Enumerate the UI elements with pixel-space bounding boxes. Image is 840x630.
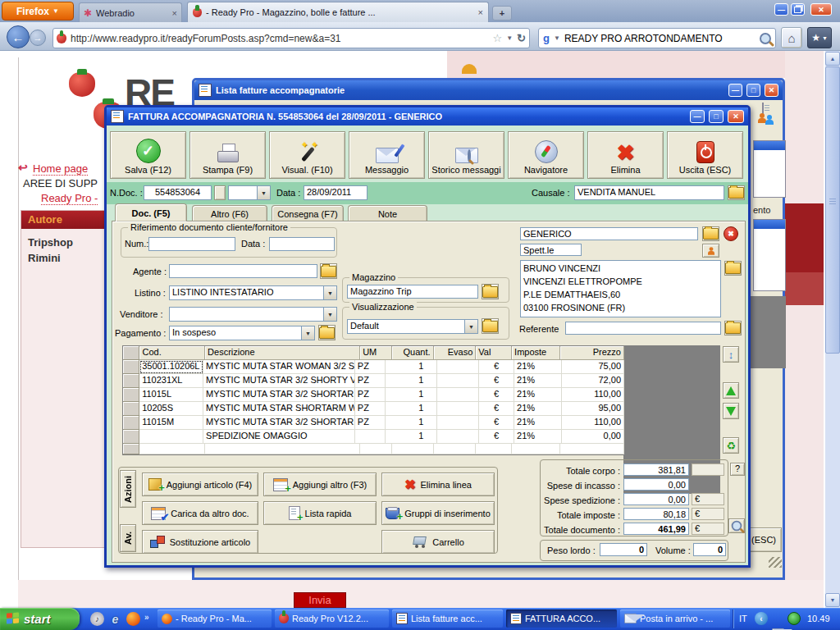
col-header[interactable]: Cod. xyxy=(139,346,205,360)
col-header[interactable]: Val xyxy=(476,346,512,360)
actions-tab-av[interactable]: Av. xyxy=(120,524,136,552)
totals-help-button[interactable]: ? xyxy=(730,463,745,476)
fattura-close-button[interactable]: ✕ xyxy=(728,110,744,123)
col-header[interactable]: Imposte xyxy=(512,346,560,360)
quicklaunch-ie-icon[interactable]: e xyxy=(108,612,122,626)
carica-da-altro-doc-button[interactable]: ✔ Carica da altro doc. xyxy=(142,501,258,525)
aggiungi-articolo-button[interactable]: + Aggiungi articolo (F4) xyxy=(142,472,258,496)
magazzino-lookup-button[interactable] xyxy=(482,284,499,299)
pagamento-select[interactable]: In sospeso▼ xyxy=(169,326,315,340)
row-down-button[interactable] xyxy=(723,403,739,419)
ndoc-suffix-dropdown[interactable]: ▼ xyxy=(228,185,271,200)
table-row[interactable]: 10205S MYSTIC MUTA STAR SHORTARM W...PZ … xyxy=(123,402,624,416)
forward-button[interactable]: → xyxy=(30,30,46,46)
salva-button[interactable]: ✓ Salva (F12) xyxy=(110,131,186,179)
lista-resize-grip[interactable] xyxy=(769,557,782,568)
tab-readypro[interactable]: - Ready Pro - Magazzino, bolle e fatture… xyxy=(187,2,489,22)
lista-maximize-button[interactable]: □ xyxy=(746,84,760,97)
firefox-menu-button[interactable]: Firefox▼ xyxy=(2,2,74,21)
window-minimize-button[interactable]: — xyxy=(774,3,788,16)
customer-search-button[interactable] xyxy=(702,244,719,258)
table-row[interactable]: SPEDIZIONE OMAGGIO 1 €21% 0,00 xyxy=(123,430,624,444)
sostituzione-articolo-button[interactable]: Sostituzione articolo xyxy=(142,530,258,554)
causale-lookup-button[interactable] xyxy=(728,185,745,200)
table-row[interactable]: 110231XL MYSTIC MUTA STAR 3/2 SHORTY V..… xyxy=(123,374,624,388)
aree-supporto-link[interactable]: AREE DI SUPP xyxy=(23,177,98,189)
causale-input[interactable]: VENDITA MANUEL xyxy=(574,185,724,200)
url-dropdown-icon[interactable]: ▼ xyxy=(506,34,513,42)
col-header[interactable]: Prezzo xyxy=(560,346,624,360)
cliente-clear-button[interactable]: ✖ xyxy=(724,226,738,241)
back-button[interactable]: ← xyxy=(7,25,30,48)
home-button[interactable]: ⌂ xyxy=(781,27,802,48)
referente-lookup-button[interactable] xyxy=(724,321,742,336)
clock[interactable]: 10.49 xyxy=(807,614,830,623)
referente-input[interactable] xyxy=(565,322,721,335)
fattura-maximize-button[interactable]: □ xyxy=(709,110,724,123)
bookmarks-button[interactable]: ★▼ xyxy=(807,27,832,48)
visualizzazione-lookup-button[interactable] xyxy=(482,318,499,334)
tray-collapse-button[interactable]: ‹ xyxy=(755,612,768,625)
messaggio-button[interactable]: Messaggio xyxy=(349,131,425,179)
taskbar-item-readypro-app[interactable]: Ready Pro V12.2... xyxy=(275,609,389,628)
aggiungi-altro-button[interactable]: + Aggiungi altro (F3) xyxy=(263,472,377,496)
col-header[interactable]: Quant. xyxy=(392,346,434,360)
tab-close-icon[interactable]: × xyxy=(172,8,177,18)
storico-messaggi-button[interactable]: Storico messaggi xyxy=(428,131,504,179)
visual-button[interactable]: Visual. (F10) xyxy=(269,131,345,179)
actions-tab-azioni[interactable]: Azioni xyxy=(120,470,136,508)
rif-date-input[interactable] xyxy=(269,237,335,251)
start-button[interactable]: start xyxy=(0,608,80,630)
window-restore-button[interactable] xyxy=(791,3,805,16)
scroll-up-icon[interactable]: ▲ xyxy=(825,52,840,66)
pagamento-lookup-button[interactable] xyxy=(318,325,336,340)
invia-button[interactable]: Invia xyxy=(294,592,346,608)
bookmark-star-icon[interactable]: ☆ xyxy=(493,32,503,44)
quicklaunch-overflow-chevron[interactable]: » xyxy=(144,613,149,622)
cliente-input[interactable]: GENERICO xyxy=(520,227,698,240)
ready-pro-link[interactable]: Ready Pro - xyxy=(41,192,98,205)
row-move-button[interactable]: ↕ xyxy=(723,346,739,363)
magazzino-input[interactable]: Magazzino Trip xyxy=(347,285,478,299)
lista-rapida-button[interactable]: + Lista rapida xyxy=(263,501,377,525)
lista-titlebar[interactable]: Lista fatture accompagnatorie — □ ✕ xyxy=(194,80,783,100)
row-refresh-button[interactable]: ♻ xyxy=(723,437,739,454)
fattura-titlebar[interactable]: FATTURA ACCOMPAGNATORIA N. 554853064 del… xyxy=(107,107,748,126)
taskbar-item-lista-fatture[interactable]: Lista fatture acc... xyxy=(392,609,503,628)
taskbar-item-fattura[interactable]: FATTURA ACCO... xyxy=(506,609,617,628)
fattura-minimize-button[interactable]: — xyxy=(690,110,705,123)
url-bar[interactable]: http://www.readypro.it/readyForumPosts.a… xyxy=(52,28,530,48)
window-close-button[interactable]: ✕ xyxy=(810,3,832,16)
language-indicator[interactable]: IT xyxy=(739,614,747,623)
num-input[interactable] xyxy=(148,237,235,251)
row-up-button[interactable] xyxy=(723,382,739,399)
totals-zoom-button[interactable] xyxy=(728,518,745,533)
venditore-select[interactable]: ▼ xyxy=(169,307,337,322)
table-row[interactable]: 11015L MYSTIC MUTA STAR 3/2 SHORTAR...PZ… xyxy=(123,388,624,402)
lista-minimize-button[interactable]: — xyxy=(728,84,742,97)
tab-altro[interactable]: Altro (F6) xyxy=(192,205,267,221)
table-row[interactable]: 11015M MYSTIC MUTA STAR 3/2 SHORTAR...PZ… xyxy=(123,416,624,430)
ndoc-mini-button[interactable] xyxy=(214,185,226,200)
author-row[interactable]: Rimini xyxy=(28,252,61,264)
tab-note[interactable]: Note xyxy=(348,205,427,221)
new-tab-button[interactable]: + xyxy=(492,6,512,21)
listino-select[interactable]: LISTINO INTESTATARIO▼ xyxy=(169,285,337,300)
navigatore-button[interactable]: Navigatore xyxy=(508,131,584,179)
ndoc-input[interactable]: 554853064 xyxy=(144,185,212,200)
stampa-button[interactable]: Stampa (F9) xyxy=(189,131,266,179)
author-row[interactable]: Tripshop xyxy=(28,236,73,249)
date-input[interactable]: 28/09/2011 xyxy=(304,185,368,200)
lista-close-button[interactable]: ✕ xyxy=(765,84,778,97)
home-page-link[interactable]: Home page xyxy=(33,162,88,176)
col-header[interactable]: UM xyxy=(360,346,391,360)
reload-icon[interactable]: ↻ xyxy=(517,32,526,44)
scrollbar-thumb[interactable] xyxy=(825,66,840,354)
taskbar-item-readypro-web[interactable]: - Ready Pro - Ma... xyxy=(158,609,272,628)
search-box[interactable]: g ▼ READY PRO ARROTONDAMENTO xyxy=(538,28,776,48)
elimina-linea-button[interactable]: ✖ Elimina linea xyxy=(381,472,495,496)
table-row[interactable]: 35001.10206L MYSTIC MUTA STAR WOMAN 3/2 … xyxy=(123,360,624,374)
quicklaunch-music-icon[interactable]: ♪ xyxy=(90,612,104,626)
taskbar-item-posta[interactable]: Posta in arrivo - ... xyxy=(620,609,730,628)
lista-people-icon[interactable] xyxy=(756,103,778,128)
